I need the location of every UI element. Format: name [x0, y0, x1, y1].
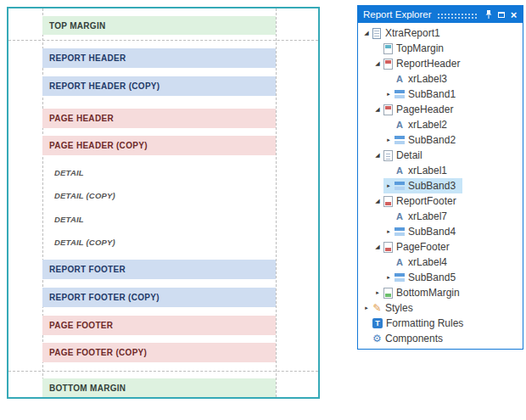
- band-page-footer-copy[interactable]: PAGE FOOTER (COPY): [42, 343, 276, 362]
- expand-arrow[interactable]: ◢: [372, 104, 383, 115]
- tree-node-label: Formatting Rules: [386, 317, 463, 329]
- panel-title: Report Explorer: [363, 9, 432, 20]
- expand-arrow[interactable]: ▸: [361, 303, 372, 313]
- tree-node-components[interactable]: ⚙ Components: [358, 331, 523, 346]
- sub-band-icon: [394, 135, 405, 145]
- tree-node-pageheader[interactable]: ◢ PageHeader: [358, 102, 523, 117]
- page-header-band-icon: [383, 104, 393, 115]
- band-page-footer[interactable]: PAGE FOOTER: [42, 316, 276, 335]
- tree-node-label: XtraReport1: [385, 27, 440, 39]
- tree-node-reportfooter[interactable]: ◢ ReportFooter: [358, 193, 523, 209]
- expand-arrow[interactable]: ▸: [383, 272, 394, 283]
- band-report-header-copy[interactable]: REPORT HEADER (COPY): [42, 76, 276, 96]
- tree-node-label: xrLabel3: [408, 73, 447, 85]
- styles-icon: ✎: [372, 302, 383, 314]
- report-explorer-tree: ◢ XtraReport1 TopMargin ◢ ReportHeader A: [358, 23, 523, 349]
- report-icon: [372, 28, 381, 39]
- tree-node-label: SubBand1: [408, 88, 456, 100]
- tree-node-label: ReportFooter: [396, 195, 456, 207]
- tree-node-label: Detail: [396, 149, 422, 161]
- tree-node-subband5[interactable]: ▸ SubBand5: [358, 270, 523, 285]
- top-margin-guide: [8, 40, 318, 41]
- tree-node-detail[interactable]: ◢ Detail: [358, 148, 523, 163]
- tree-node-xrlabel4[interactable]: A xrLabel4: [358, 255, 523, 270]
- tree-node-pagefooter[interactable]: ◢ PageFooter: [358, 239, 523, 255]
- band-detail[interactable]: DETAIL: [42, 166, 276, 178]
- expand-arrow[interactable]: ▸: [383, 227, 394, 237]
- expand-arrow[interactable]: ▸: [372, 288, 383, 298]
- band-page-header-copy[interactable]: PAGE HEADER (COPY): [42, 136, 276, 155]
- tree-node-label: PageFooter: [396, 241, 450, 253]
- top-margin-icon: [383, 43, 393, 54]
- tree-node-label: xrLabel2: [408, 119, 447, 131]
- tree-node-label: BottomMargin: [396, 287, 460, 299]
- expand-arrow[interactable]: ▸: [383, 89, 394, 99]
- label-control-icon: A: [394, 165, 405, 176]
- expand-arrow[interactable]: ▸: [383, 135, 394, 145]
- expand-arrow[interactable]: ▸: [383, 181, 394, 191]
- tree-node-styles[interactable]: ▸ ✎ Styles: [358, 300, 523, 316]
- sub-band-icon: [394, 227, 405, 237]
- band-detail-copy-2[interactable]: DETAIL (COPY): [42, 236, 276, 248]
- close-icon[interactable]: ×: [507, 8, 520, 21]
- sub-band-icon: [394, 272, 405, 283]
- label-control-icon: A: [394, 211, 405, 222]
- tree-node-label: SubBand3: [408, 180, 456, 192]
- tree-node-reportheader[interactable]: ◢ ReportHeader: [358, 56, 523, 71]
- tree-node-label: SubBand5: [408, 272, 456, 283]
- detail-band-icon: [383, 150, 393, 161]
- report-header-band-icon: [383, 59, 393, 70]
- tree-node-bottommargin[interactable]: ▸ BottomMargin: [358, 285, 523, 300]
- label-control-icon: A: [394, 257, 405, 268]
- pin-icon[interactable]: [482, 8, 495, 21]
- tree-node-subband4[interactable]: ▸ SubBand4: [358, 224, 523, 239]
- band-detail-copy[interactable]: DETAIL (COPY): [42, 189, 276, 201]
- expand-arrow[interactable]: ◢: [361, 28, 372, 38]
- tree-node-xrlabel1[interactable]: A xrLabel1: [358, 163, 523, 178]
- band-report-footer-copy[interactable]: REPORT FOOTER (COPY): [42, 288, 276, 307]
- page-footer-band-icon: [383, 242, 393, 253]
- tree-node-label: ReportHeader: [396, 58, 460, 70]
- tree-node-formatting-rules[interactable]: T Formatting Rules: [358, 316, 523, 331]
- tree-node-label: Styles: [385, 302, 413, 314]
- tree-node-label: SubBand4: [408, 226, 456, 238]
- tree-node-label: SubBand2: [408, 134, 456, 146]
- report-explorer-titlebar[interactable]: Report Explorer ×: [358, 6, 523, 23]
- right-margin-guide: [276, 8, 277, 397]
- tree-node-topmargin[interactable]: TopMargin: [358, 41, 523, 56]
- expand-arrow[interactable]: ◢: [372, 242, 383, 252]
- sub-band-icon: [394, 89, 405, 99]
- tree-node-xrlabel7[interactable]: A xrLabel7: [358, 209, 523, 224]
- bottom-margin-icon: [383, 288, 393, 299]
- tree-node-label: xrLabel4: [408, 256, 447, 268]
- tree-node-label: xrLabel7: [408, 210, 447, 222]
- label-control-icon: A: [394, 120, 405, 131]
- report-design-surface[interactable]: TOP MARGIN REPORT HEADER REPORT HEADER (…: [7, 7, 320, 399]
- tree-node-subband3[interactable]: ▸ SubBand3: [358, 178, 523, 193]
- tree-node-label: Components: [385, 333, 443, 344]
- tree-node-label: TopMargin: [396, 42, 444, 54]
- band-report-footer[interactable]: REPORT FOOTER: [42, 260, 276, 279]
- band-report-header[interactable]: REPORT HEADER: [42, 48, 276, 68]
- expand-arrow[interactable]: ◢: [372, 196, 383, 206]
- band-bottom-margin[interactable]: BOTTOM MARGIN: [42, 378, 276, 397]
- maximize-icon[interactable]: [495, 8, 507, 21]
- tree-node-subband1[interactable]: ▸ SubBand1: [358, 87, 523, 102]
- report-footer-band-icon: [383, 196, 393, 207]
- label-control-icon: A: [394, 74, 405, 85]
- tree-node-xrlabel3[interactable]: A xrLabel3: [358, 71, 523, 87]
- expand-arrow[interactable]: ◢: [372, 150, 383, 160]
- band-page-header[interactable]: PAGE HEADER: [42, 109, 276, 128]
- formatting-rules-icon: T: [372, 318, 383, 328]
- tree-node-subband2[interactable]: ▸ SubBand2: [358, 132, 523, 148]
- sub-band-icon: [394, 181, 405, 191]
- components-gear-icon: ⚙: [372, 333, 383, 344]
- drag-grip[interactable]: [437, 13, 478, 19]
- tree-node-xtrareport1[interactable]: ◢ XtraReport1: [358, 25, 523, 41]
- tree-node-label: xrLabel1: [408, 165, 447, 176]
- band-top-margin[interactable]: TOP MARGIN: [42, 16, 276, 35]
- expand-arrow[interactable]: ◢: [372, 59, 383, 69]
- tree-node-xrlabel2[interactable]: A xrLabel2: [358, 117, 523, 132]
- tree-node-label: PageHeader: [396, 104, 453, 115]
- band-detail-2[interactable]: DETAIL: [42, 213, 276, 225]
